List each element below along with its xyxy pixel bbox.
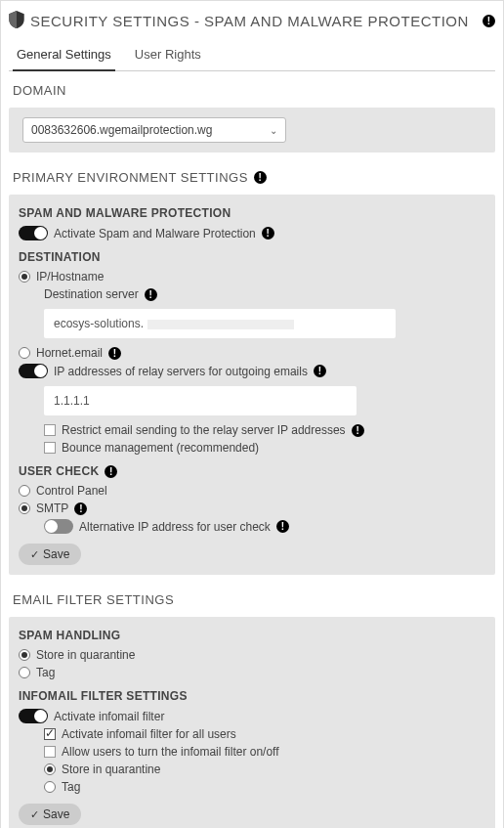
infomail-store-radio[interactable] xyxy=(44,763,56,775)
activate-spam-label: Activate Spam and Malware Protection xyxy=(54,227,256,240)
check-icon: ✓ xyxy=(30,548,39,561)
alt-ip-toggle[interactable] xyxy=(44,519,73,534)
tabs: General Settings User Rights xyxy=(9,41,495,71)
infomail-all-users-label: Activate infomail filter for all users xyxy=(62,727,236,741)
domain-selected-value: 0083632606.wgemailprotection.wg xyxy=(31,123,212,137)
check-icon: ✓ xyxy=(30,808,39,821)
bounce-label: Bounce management (recommended) xyxy=(62,441,259,455)
domain-select[interactable]: 0083632606.wgemailprotection.wg ⌄ xyxy=(22,117,286,143)
infomail-store-label: Store in quarantine xyxy=(62,763,160,776)
info-icon[interactable]: ! xyxy=(262,227,274,240)
info-icon[interactable]: ! xyxy=(105,465,117,478)
activate-infomail-label: Activate infomail filter xyxy=(54,710,164,723)
destination-hornet-radio[interactable] xyxy=(19,347,30,359)
destination-ip-radio[interactable] xyxy=(19,271,30,283)
destination-title: DESTINATION xyxy=(19,248,485,268)
usercheck-smtp-label: SMTP xyxy=(36,501,68,515)
info-icon[interactable]: ! xyxy=(74,502,87,515)
spam-store-radio[interactable] xyxy=(19,649,30,661)
relay-toggle[interactable] xyxy=(19,364,48,378)
destination-server-input[interactable]: ecosys-solutions. xyxy=(44,309,396,338)
usercheck-controlpanel-radio[interactable] xyxy=(19,485,30,497)
save-button[interactable]: ✓ Save xyxy=(19,544,81,565)
destination-hornet-label: Hornet.email xyxy=(36,346,103,360)
save-button[interactable]: ✓ Save xyxy=(19,804,81,825)
email-filter-title: EMAIL FILTER SETTINGS xyxy=(9,581,495,617)
bounce-checkbox[interactable] xyxy=(44,442,56,454)
chevron-down-icon: ⌄ xyxy=(270,125,277,136)
restrict-checkbox[interactable] xyxy=(44,424,56,436)
page-title: SECURITY SETTINGS - SPAM AND MALWARE PRO… xyxy=(30,13,477,29)
spam-malware-title: SPAM AND MALWARE PROTECTION xyxy=(19,204,485,224)
primary-env-title: PRIMARY ENVIRONMENT SETTINGS xyxy=(13,170,248,185)
spam-handling-title: SPAM HANDLING xyxy=(19,627,485,646)
alt-ip-label: Alternative IP address for user check xyxy=(79,520,271,534)
activate-infomail-toggle[interactable] xyxy=(19,709,48,723)
relay-label: IP addresses of relay servers for outgoi… xyxy=(54,365,308,378)
tab-user-rights[interactable]: User Rights xyxy=(131,41,205,71)
spam-tag-radio[interactable] xyxy=(19,667,30,678)
info-icon[interactable]: ! xyxy=(145,288,157,301)
destination-server-label: Destination server xyxy=(44,287,139,301)
infomail-title: INFOMAIL FILTER SETTINGS xyxy=(19,687,485,707)
info-icon[interactable]: ! xyxy=(352,424,364,437)
info-icon[interactable]: ! xyxy=(314,365,326,377)
infomail-allow-users-label: Allow users to turn the infomail filter … xyxy=(62,745,279,759)
destination-ip-label: IP/Hostname xyxy=(36,270,104,283)
relay-input[interactable]: 1.1.1.1 xyxy=(44,386,357,415)
infomail-all-users-checkbox[interactable] xyxy=(44,728,56,740)
restrict-label: Restrict email sending to the relay serv… xyxy=(62,423,346,437)
shield-icon xyxy=(9,11,24,31)
tab-general-settings[interactable]: General Settings xyxy=(13,41,115,71)
info-icon[interactable]: ! xyxy=(276,520,289,533)
spam-tag-label: Tag xyxy=(36,666,55,679)
info-icon[interactable]: ! xyxy=(483,15,495,27)
spam-store-label: Store in quarantine xyxy=(36,648,135,662)
activate-spam-toggle[interactable] xyxy=(19,226,48,240)
infomail-tag-label: Tag xyxy=(62,780,80,794)
infomail-tag-radio[interactable] xyxy=(44,781,56,793)
usercheck-smtp-radio[interactable] xyxy=(19,502,30,514)
domain-section-title: DOMAIN xyxy=(9,71,495,108)
infomail-allow-users-checkbox[interactable] xyxy=(44,746,56,758)
usercheck-controlpanel-label: Control Panel xyxy=(36,484,107,498)
info-icon[interactable]: ! xyxy=(254,171,267,184)
usercheck-title: USER CHECK xyxy=(19,464,99,478)
info-icon[interactable]: ! xyxy=(108,347,121,360)
